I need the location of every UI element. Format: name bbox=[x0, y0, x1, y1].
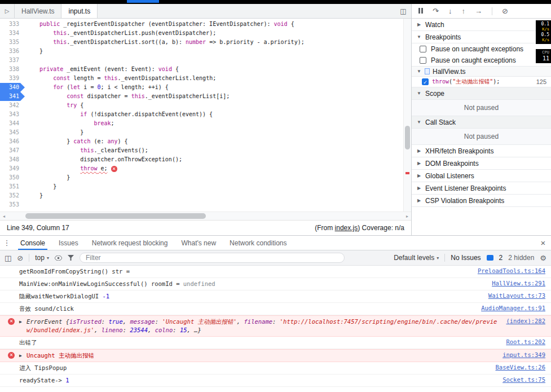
line-number[interactable]: 334 bbox=[0, 29, 26, 38]
show-navigator-icon[interactable]: ▷ bbox=[0, 4, 15, 18]
drawer-tab-network-conditions[interactable]: Network conditions bbox=[223, 236, 293, 250]
code-editor[interactable]: 333 public _registerEventDispatcher (eve… bbox=[0, 19, 411, 212]
code-line[interactable]: 339 const length = this._eventDispatcher… bbox=[0, 74, 411, 83]
section-breakpoints[interactable]: ▼ Breakpoints bbox=[412, 31, 551, 43]
code-line[interactable]: 348 dispatcher.onThrowException(); bbox=[0, 155, 411, 164]
source-link[interactable]: input.ts:349 bbox=[502, 351, 545, 358]
code-line[interactable]: 337 bbox=[0, 56, 411, 65]
line-number[interactable]: 349 bbox=[0, 164, 26, 173]
breakpoint-marker[interactable]: 341 bbox=[0, 92, 26, 101]
code-line[interactable]: 352 } bbox=[0, 191, 411, 200]
scroll-right-arrow[interactable]: ▸ bbox=[403, 212, 411, 220]
code-line[interactable]: 344 break; bbox=[0, 119, 411, 128]
source-link[interactable]: Socket.ts:75 bbox=[502, 376, 545, 383]
source-link[interactable]: BaseView.ts:26 bbox=[495, 364, 545, 371]
editor-vertical-scrollbar[interactable] bbox=[403, 19, 411, 212]
line-number[interactable]: 351 bbox=[0, 182, 26, 191]
filter-funnel-icon[interactable] bbox=[68, 254, 74, 262]
filter-input[interactable]: Filter bbox=[80, 253, 345, 263]
code-line[interactable]: 342 try { bbox=[0, 101, 411, 110]
context-selector[interactable]: top ▾ bbox=[35, 254, 49, 262]
expand-triangle-icon[interactable]: ▶ bbox=[19, 318, 27, 324]
breakpoint-file-group[interactable]: ▼ HallView.ts bbox=[412, 66, 551, 77]
step-over-icon[interactable]: ↷ bbox=[433, 7, 439, 15]
section-csp-violation-breakpoints[interactable]: ▶CSP Violation Breakpoints bbox=[412, 195, 551, 207]
checkbox-unchecked[interactable] bbox=[420, 46, 426, 52]
code-line[interactable]: 336 } bbox=[0, 47, 411, 56]
code-line[interactable]: 340 for (let i = 0; i < length; ++i) { bbox=[0, 83, 411, 92]
drawer-tab-issues[interactable]: Issues bbox=[52, 236, 85, 250]
code-line[interactable]: 333 public _registerEventDispatcher (eve… bbox=[0, 20, 411, 29]
line-number[interactable]: 350 bbox=[0, 173, 26, 182]
step-icon[interactable]: → bbox=[475, 7, 482, 15]
scrollbar-thumb[interactable] bbox=[25, 213, 206, 219]
code-line[interactable]: 347 this._clearEvents(); bbox=[0, 146, 411, 155]
drawer-tab-what-s-new[interactable]: What's new bbox=[174, 236, 223, 250]
line-number[interactable]: 353 bbox=[0, 200, 26, 209]
deactivate-breakpoints-icon[interactable]: ⊘ bbox=[502, 7, 508, 15]
log-levels-selector[interactable]: Default levels ▾ bbox=[394, 254, 439, 262]
code-line[interactable]: 346 } catch (e: any) { bbox=[0, 137, 411, 146]
hidden-messages-count[interactable]: 2 hidden bbox=[508, 254, 534, 262]
tab-hallview-ts[interactable]: HallView.ts bbox=[15, 4, 61, 18]
section-xhr-fetch-breakpoints[interactable]: ▶XHR/fetch Breakpoints bbox=[412, 145, 551, 157]
section-watch[interactable]: ▶ Watch bbox=[412, 19, 551, 31]
source-link[interactable]: WaitLayout.ts:73 bbox=[488, 292, 545, 299]
close-icon[interactable]: × bbox=[535, 236, 551, 250]
line-number[interactable]: 344 bbox=[0, 119, 26, 128]
console-sidebar-icon[interactable]: ◫ bbox=[5, 254, 11, 262]
issues-bubble-icon[interactable] bbox=[487, 255, 493, 261]
line-number[interactable]: 342 bbox=[0, 101, 26, 110]
code-line[interactable]: 350 } bbox=[0, 173, 411, 182]
scrollbar-thumb[interactable] bbox=[405, 126, 410, 149]
kebab-menu-icon[interactable]: ⋮ bbox=[0, 236, 14, 250]
line-number[interactable]: 338 bbox=[0, 65, 26, 74]
section-event-listener-breakpoints[interactable]: ▶Event Listener Breakpoints bbox=[412, 182, 551, 195]
gear-icon[interactable]: ⚙ bbox=[540, 254, 546, 262]
expand-triangle-icon[interactable]: ▶ bbox=[19, 351, 27, 358]
section-dom-breakpoints[interactable]: ▶DOM Breakpoints bbox=[412, 157, 551, 170]
section-global-listeners[interactable]: ▶Global Listeners bbox=[412, 170, 551, 182]
pause-uncaught-checkbox-row[interactable]: Pause on uncaught exceptions bbox=[412, 43, 551, 55]
clear-console-icon[interactable]: ⊘ bbox=[17, 254, 23, 262]
source-link[interactable]: HallView.ts:291 bbox=[492, 280, 545, 287]
source-link[interactable]: Root.ts:202 bbox=[506, 338, 545, 345]
breakpoint-entry[interactable]: ✓ throw("主动抛出报错"); 125 bbox=[412, 77, 551, 87]
line-number[interactable]: 352 bbox=[0, 191, 26, 200]
pause-icon[interactable] bbox=[418, 7, 423, 15]
line-number[interactable]: 337 bbox=[0, 56, 26, 65]
index-js-link[interactable]: index.js bbox=[335, 224, 358, 232]
line-number[interactable]: 346 bbox=[0, 137, 26, 146]
code-line[interactable]: 351 } bbox=[0, 182, 411, 191]
step-into-icon[interactable]: ↓ bbox=[448, 7, 452, 15]
code-line[interactable]: 345 } bbox=[0, 128, 411, 137]
code-line[interactable]: 341 const dispatcher = this._eventDispat… bbox=[0, 92, 411, 101]
toggle-sidebar-icon[interactable]: ◫ bbox=[395, 4, 411, 18]
issues-label[interactable]: No Issues bbox=[451, 254, 481, 262]
tab-input-ts[interactable]: input.ts bbox=[61, 4, 98, 18]
code-line[interactable]: 343 if (!dispatcher.dispatchEvent(event)… bbox=[0, 110, 411, 119]
code-line[interactable]: 334 this._eventDispatcherList.push(event… bbox=[0, 29, 411, 38]
line-number[interactable]: 336 bbox=[0, 47, 26, 56]
drawer-tab-network-request-blocking[interactable]: Network request blocking bbox=[85, 236, 175, 250]
line-number[interactable]: 339 bbox=[0, 74, 26, 83]
source-link[interactable]: (index):282 bbox=[506, 318, 545, 324]
checkbox-unchecked[interactable] bbox=[420, 57, 426, 64]
code-line[interactable]: 349 throw e;✕ bbox=[0, 164, 411, 173]
eye-icon[interactable] bbox=[55, 254, 62, 262]
drawer-tab-console[interactable]: Console bbox=[14, 236, 52, 250]
code-line[interactable]: 353 bbox=[0, 200, 411, 209]
line-number[interactable]: 333 bbox=[0, 20, 26, 29]
code-line[interactable]: 335 this._eventDispatcherList.sort((a, b… bbox=[0, 38, 411, 47]
editor-horizontal-scrollbar[interactable]: ◂ ▸ bbox=[0, 212, 411, 220]
breakpoint-marker[interactable]: 340 bbox=[0, 83, 26, 92]
line-number[interactable]: 343 bbox=[0, 110, 26, 119]
code-line[interactable]: 338 private _emitEvent (event: Event): v… bbox=[0, 65, 411, 74]
step-out-icon[interactable]: ↑ bbox=[461, 7, 465, 15]
source-link[interactable]: PreloadTools.ts:164 bbox=[478, 267, 545, 274]
line-number[interactable]: 345 bbox=[0, 128, 26, 137]
section-scope[interactable]: ▼ Scope bbox=[412, 87, 551, 100]
line-number[interactable]: 348 bbox=[0, 155, 26, 164]
scroll-left-arrow[interactable]: ◂ bbox=[0, 212, 8, 220]
checkbox-checked[interactable]: ✓ bbox=[422, 78, 429, 85]
